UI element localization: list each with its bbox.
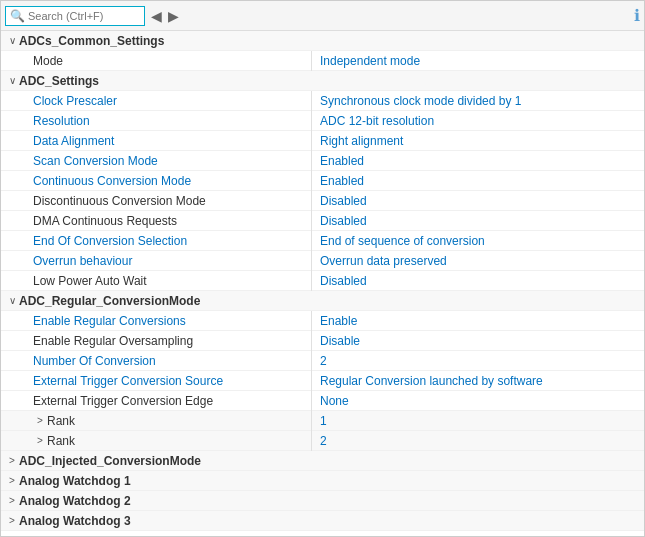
- row-external-trigger-conversion-edge[interactable]: External Trigger Conversion EdgeNone: [1, 391, 644, 411]
- value-clock-prescaler: Synchronous clock mode divided by 1: [311, 91, 644, 111]
- row-low-power-auto-wait[interactable]: Low Power Auto WaitDisabled: [1, 271, 644, 291]
- value-continuous-conversion-mode: Enabled: [311, 171, 644, 191]
- label-mode: Mode: [33, 54, 63, 68]
- value-text-clock-prescaler: Synchronous clock mode divided by 1: [320, 94, 521, 108]
- chevron-icon-analog-watchdog-3[interactable]: >: [5, 515, 19, 526]
- value-external-trigger-conversion-edge: None: [311, 391, 644, 411]
- value-scan-conversion-mode: Enabled: [311, 151, 644, 171]
- value-text-enable-regular-conversions: Enable: [320, 314, 357, 328]
- label-adc-injected-conversion-mode: ADC_Injected_ConversionMode: [19, 454, 201, 468]
- label-resolution: Resolution: [33, 114, 90, 128]
- label-enable-regular-oversampling: Enable Regular Oversampling: [33, 334, 193, 348]
- row-analog-watchdog-2[interactable]: >Analog Watchdog 2: [1, 491, 644, 511]
- row-continuous-conversion-mode[interactable]: Continuous Conversion ModeEnabled: [1, 171, 644, 191]
- chevron-icon-rank-2[interactable]: >: [33, 435, 47, 446]
- label-external-trigger-conversion-edge: External Trigger Conversion Edge: [33, 394, 213, 408]
- content-area: ∨ADCs_Common_SettingsModeIndependent mod…: [1, 31, 644, 537]
- label-rank-2: Rank: [47, 434, 75, 448]
- row-dma-continuous-requests[interactable]: DMA Continuous RequestsDisabled: [1, 211, 644, 231]
- value-text-rank-1: 1: [320, 414, 327, 428]
- chevron-icon-rank-1[interactable]: >: [33, 415, 47, 426]
- prev-icon[interactable]: ◀: [151, 8, 162, 24]
- label-analog-watchdog-3: Analog Watchdog 3: [19, 514, 131, 528]
- value-text-dma-continuous-requests: Disabled: [320, 214, 367, 228]
- value-rank-1: 1: [311, 411, 644, 431]
- label-discontinuous-conversion-mode: Discontinuous Conversion Mode: [33, 194, 206, 208]
- row-resolution[interactable]: ResolutionADC 12-bit resolution: [1, 111, 644, 131]
- value-text-external-trigger-conversion-edge: None: [320, 394, 349, 408]
- value-enable-regular-oversampling: Disable: [311, 331, 644, 351]
- next-icon[interactable]: ▶: [168, 8, 179, 24]
- chevron-icon-analog-watchdog-2[interactable]: >: [5, 495, 19, 506]
- row-overrun-behaviour[interactable]: Overrun behaviourOverrun data preserved: [1, 251, 644, 271]
- label-adcs-common-settings: ADCs_Common_Settings: [19, 34, 164, 48]
- row-end-of-conversion-selection[interactable]: End Of Conversion SelectionEnd of sequen…: [1, 231, 644, 251]
- row-scan-conversion-mode[interactable]: Scan Conversion ModeEnabled: [1, 151, 644, 171]
- toolbar: 🔍 ◀ ▶ ℹ: [1, 1, 644, 31]
- value-text-rank-2: 2: [320, 434, 327, 448]
- row-adcs-common-settings[interactable]: ∨ADCs_Common_Settings: [1, 31, 644, 51]
- label-enable-regular-conversions: Enable Regular Conversions: [33, 314, 186, 328]
- row-clock-prescaler[interactable]: Clock PrescalerSynchronous clock mode di…: [1, 91, 644, 111]
- value-text-mode: Independent mode: [320, 54, 420, 68]
- tree-table: ∨ADCs_Common_SettingsModeIndependent mod…: [1, 31, 644, 531]
- row-adc-settings[interactable]: ∨ADC_Settings: [1, 71, 644, 91]
- row-analog-watchdog-3[interactable]: >Analog Watchdog 3: [1, 511, 644, 531]
- row-discontinuous-conversion-mode[interactable]: Discontinuous Conversion ModeDisabled: [1, 191, 644, 211]
- row-external-trigger-conversion-source[interactable]: External Trigger Conversion SourceRegula…: [1, 371, 644, 391]
- value-rank-2: 2: [311, 431, 644, 451]
- value-text-discontinuous-conversion-mode: Disabled: [320, 194, 367, 208]
- label-scan-conversion-mode: Scan Conversion Mode: [33, 154, 158, 168]
- value-end-of-conversion-selection: End of sequence of conversion: [311, 231, 644, 251]
- label-overrun-behaviour: Overrun behaviour: [33, 254, 132, 268]
- search-box[interactable]: 🔍: [5, 6, 145, 26]
- search-input[interactable]: [28, 10, 140, 22]
- value-low-power-auto-wait: Disabled: [311, 271, 644, 291]
- label-low-power-auto-wait: Low Power Auto Wait: [33, 274, 147, 288]
- value-data-alignment: Right alignment: [311, 131, 644, 151]
- value-text-data-alignment: Right alignment: [320, 134, 403, 148]
- value-text-number-of-conversion: 2: [320, 354, 327, 368]
- row-data-alignment[interactable]: Data AlignmentRight alignment: [1, 131, 644, 151]
- value-enable-regular-conversions: Enable: [311, 311, 644, 331]
- value-text-overrun-behaviour: Overrun data preserved: [320, 254, 447, 268]
- value-text-resolution: ADC 12-bit resolution: [320, 114, 434, 128]
- value-text-continuous-conversion-mode: Enabled: [320, 174, 364, 188]
- info-icon[interactable]: ℹ: [634, 6, 640, 25]
- row-analog-watchdog-1[interactable]: >Analog Watchdog 1: [1, 471, 644, 491]
- row-adc-injected-conversion-mode[interactable]: >ADC_Injected_ConversionMode: [1, 451, 644, 471]
- value-resolution: ADC 12-bit resolution: [311, 111, 644, 131]
- value-text-end-of-conversion-selection: End of sequence of conversion: [320, 234, 485, 248]
- label-rank-1: Rank: [47, 414, 75, 428]
- label-data-alignment: Data Alignment: [33, 134, 114, 148]
- label-clock-prescaler: Clock Prescaler: [33, 94, 117, 108]
- label-dma-continuous-requests: DMA Continuous Requests: [33, 214, 177, 228]
- row-enable-regular-conversions[interactable]: Enable Regular ConversionsEnable: [1, 311, 644, 331]
- label-external-trigger-conversion-source: External Trigger Conversion Source: [33, 374, 223, 388]
- row-rank-2[interactable]: >Rank2: [1, 431, 644, 451]
- chevron-icon-adc-injected-conversion-mode[interactable]: >: [5, 455, 19, 466]
- chevron-icon-adc-regular-conversion-mode[interactable]: ∨: [5, 295, 19, 306]
- value-text-enable-regular-oversampling: Disable: [320, 334, 360, 348]
- value-text-external-trigger-conversion-source: Regular Conversion launched by software: [320, 374, 543, 388]
- value-number-of-conversion: 2: [311, 351, 644, 371]
- chevron-icon-adc-settings[interactable]: ∨: [5, 75, 19, 86]
- label-analog-watchdog-2: Analog Watchdog 2: [19, 494, 131, 508]
- value-dma-continuous-requests: Disabled: [311, 211, 644, 231]
- label-analog-watchdog-1: Analog Watchdog 1: [19, 474, 131, 488]
- value-text-low-power-auto-wait: Disabled: [320, 274, 367, 288]
- row-rank-1[interactable]: >Rank1: [1, 411, 644, 431]
- row-number-of-conversion[interactable]: Number Of Conversion2: [1, 351, 644, 371]
- row-enable-regular-oversampling[interactable]: Enable Regular OversamplingDisable: [1, 331, 644, 351]
- label-number-of-conversion: Number Of Conversion: [33, 354, 156, 368]
- chevron-icon-adcs-common-settings[interactable]: ∨: [5, 35, 19, 46]
- row-mode[interactable]: ModeIndependent mode: [1, 51, 644, 71]
- value-mode: Independent mode: [311, 51, 644, 71]
- value-discontinuous-conversion-mode: Disabled: [311, 191, 644, 211]
- label-adc-settings: ADC_Settings: [19, 74, 99, 88]
- search-icon: 🔍: [10, 9, 25, 23]
- label-end-of-conversion-selection: End Of Conversion Selection: [33, 234, 187, 248]
- row-adc-regular-conversion-mode[interactable]: ∨ADC_Regular_ConversionMode: [1, 291, 644, 311]
- chevron-icon-analog-watchdog-1[interactable]: >: [5, 475, 19, 486]
- value-overrun-behaviour: Overrun data preserved: [311, 251, 644, 271]
